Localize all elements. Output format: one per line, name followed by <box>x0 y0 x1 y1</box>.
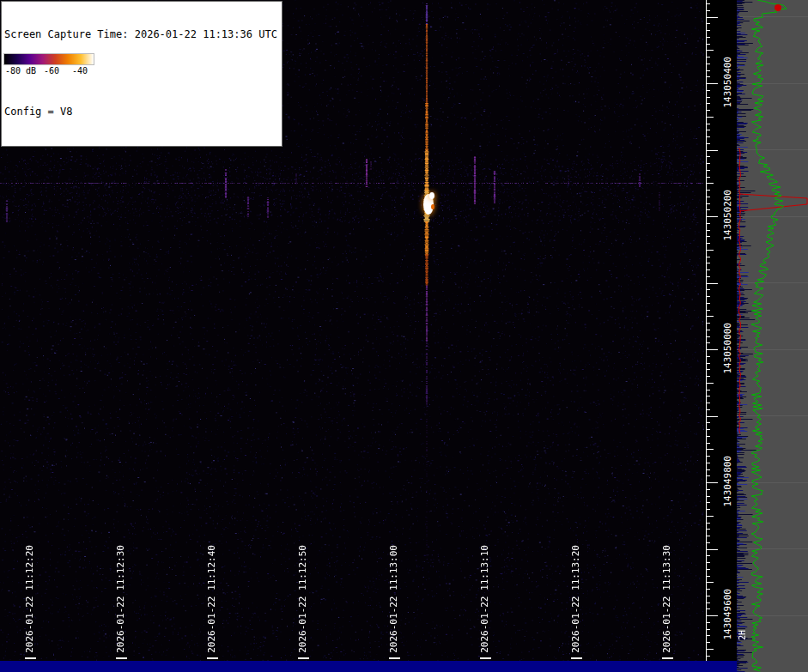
frequency-label: 143050400 <box>722 57 733 108</box>
capture-time-text: Screen Capture Time: 2026-01-22 11:13:36… <box>4 28 277 41</box>
ruler-tick <box>707 23 710 24</box>
ruler-tick <box>707 622 710 623</box>
ruler-tick <box>707 562 710 563</box>
ruler-tick <box>707 110 710 111</box>
ruler-tick <box>707 236 710 237</box>
ruler-tick <box>707 103 710 104</box>
ruler-tick <box>707 216 718 217</box>
ruler-tick <box>707 257 710 257</box>
ruler-tick <box>707 37 710 38</box>
ruler-tick <box>707 316 714 317</box>
ruler-tick <box>707 635 710 636</box>
ruler-tick <box>707 342 710 343</box>
legend-label-minus40: -40 <box>72 65 88 77</box>
frequency-label: 143050000 <box>722 323 733 374</box>
spectrum-analyzer-panel <box>737 0 808 672</box>
ruler-tick <box>707 90 710 91</box>
spectrogram-screen: Screen Capture Time: 2026-01-22 11:13:36… <box>0 0 808 672</box>
ruler-tick <box>707 10 710 11</box>
bottom-scrollbar[interactable] <box>0 661 737 672</box>
ruler-tick <box>707 596 710 596</box>
ruler-tick <box>707 223 710 224</box>
ruler-tick <box>707 403 710 403</box>
ruler-tick <box>707 117 714 118</box>
ruler-tick <box>707 656 710 657</box>
ruler-tick <box>707 296 710 297</box>
resolution-label: 2H <box>738 630 747 640</box>
ruler-tick <box>707 349 718 350</box>
ruler-tick <box>707 124 710 124</box>
ruler-tick <box>707 276 710 277</box>
ruler-tick <box>707 203 710 204</box>
ruler-tick <box>707 369 710 370</box>
ruler-tick <box>707 649 714 650</box>
ruler-tick <box>707 183 714 184</box>
legend-label-minus80: -80 dB <box>5 65 36 77</box>
ruler-tick <box>707 70 710 71</box>
ruler-tick <box>707 422 710 423</box>
frequency-label: 143049600 <box>722 589 733 640</box>
ruler-tick <box>707 615 718 616</box>
ruler-tick <box>707 330 710 330</box>
ruler-tick <box>707 589 710 590</box>
ruler-tick <box>707 64 710 64</box>
ruler-tick <box>707 30 710 31</box>
color-scale-gradient <box>3 53 94 65</box>
config-text: Config = V8 <box>4 106 277 118</box>
ruler-tick <box>707 482 718 483</box>
ruler-tick <box>707 156 710 157</box>
ruler-tick <box>707 376 710 377</box>
ruler-tick <box>707 269 710 270</box>
ruler-tick <box>707 542 710 543</box>
ruler-tick <box>707 629 710 630</box>
ruler-tick <box>707 177 710 178</box>
ruler-tick <box>707 323 710 324</box>
ruler-tick <box>707 436 710 437</box>
ruler-tick <box>707 50 714 51</box>
ruler-tick <box>707 409 710 410</box>
ruler-tick <box>707 209 710 210</box>
ruler-tick <box>707 469 710 470</box>
ruler-tick <box>707 576 710 577</box>
db-color-legend: -80 dB -60 -40 <box>3 53 94 77</box>
ruler-tick <box>707 97 710 98</box>
ruler-tick <box>707 83 718 84</box>
ruler-tick <box>707 283 718 284</box>
ruler-tick <box>707 396 710 397</box>
ruler-tick <box>707 289 710 290</box>
ruler-tick <box>707 76 710 77</box>
ruler-tick <box>707 456 710 457</box>
ruler-tick <box>707 3 710 4</box>
ruler-tick <box>707 336 710 337</box>
ruler-tick <box>707 57 710 58</box>
ruler-tick <box>707 602 710 603</box>
ruler-tick <box>707 310 710 311</box>
ruler-tick <box>707 150 718 151</box>
frequency-label: 143050200 <box>722 190 733 241</box>
ruler-tick <box>707 243 710 244</box>
color-scale-labels: -80 dB -60 -40 <box>3 65 94 77</box>
ruler-tick <box>707 197 710 197</box>
ruler-tick <box>707 555 710 556</box>
ruler-tick <box>707 416 718 417</box>
ruler-tick <box>707 356 710 357</box>
ruler-tick <box>707 170 710 171</box>
ruler-tick <box>707 496 710 497</box>
ruler-tick <box>707 190 710 191</box>
frequency-label: 143049800 <box>722 456 733 507</box>
ruler-tick <box>707 536 710 536</box>
ruler-tick <box>707 143 710 144</box>
ruler-tick <box>707 363 710 364</box>
frequency-ruler <box>704 0 720 661</box>
ruler-tick <box>707 230 710 231</box>
ruler-tick <box>707 250 714 251</box>
frequency-labels: 1430504001430502001430500001430498001430… <box>720 0 737 661</box>
ruler-tick <box>707 642 710 643</box>
ruler-tick <box>707 509 710 510</box>
ruler-tick <box>707 463 710 463</box>
ruler-tick <box>707 429 710 430</box>
ruler-tick <box>707 523 710 524</box>
ruler-tick <box>707 163 710 164</box>
ruler-tick <box>707 502 710 503</box>
ruler-tick <box>707 449 714 450</box>
